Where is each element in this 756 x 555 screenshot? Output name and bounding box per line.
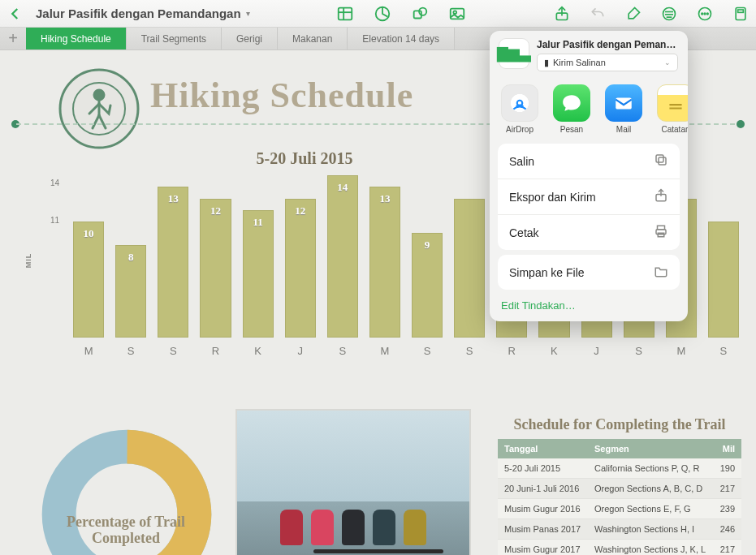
back-icon[interactable] (6, 5, 24, 23)
sheet-tab[interactable]: Elevation 14 days (348, 28, 455, 49)
shape-icon[interactable] (411, 5, 429, 23)
sheet-tab[interactable]: Trail Segments (127, 28, 222, 49)
share-action-label: Ekspor dan Kirim (509, 191, 596, 204)
bar[interactable]: 8S (115, 245, 146, 338)
share-doc-title: Jalur Pasifik dengan Pemandangan… (537, 39, 678, 50)
app-toolbar: Jalur Pasifik dengan Pemandangan ▾ (0, 0, 756, 28)
sheet-tab[interactable]: Makanan (278, 28, 348, 49)
table-cell: Washington Sections H, I (588, 519, 713, 540)
chart-subtitle: 5-20 Juli 2015 (154, 149, 455, 168)
document-mode-icon[interactable] (732, 5, 750, 23)
add-sheet-button[interactable]: + (0, 28, 26, 49)
mail-icon (605, 84, 642, 122)
table-header-cell: Tanggal (498, 439, 588, 458)
table-cell: Washington Sections J, K, L (588, 540, 713, 556)
document-title: Jalur Pasifik dengan Pemandangan (36, 6, 241, 20)
x-category-label: K (243, 345, 274, 357)
x-category-label: M (369, 345, 400, 357)
table-cell: 239 (713, 499, 741, 519)
bar[interactable]: 12J (285, 199, 316, 338)
sheet-tab[interactable]: Gerigi (222, 28, 278, 49)
bar-value-label: 12 (286, 204, 315, 217)
bar-value-label: 12 (201, 204, 230, 217)
y-axis-label: MIL (24, 253, 32, 269)
table-cell: 246 (713, 519, 741, 540)
table-cell: 217 (713, 540, 741, 556)
bar[interactable]: 12R (200, 199, 231, 338)
home-indicator[interactable] (313, 549, 443, 553)
x-category-label: J (581, 345, 612, 357)
share-app-label: Mail (603, 125, 644, 134)
bar-value-label: 13 (370, 192, 400, 205)
table-row[interactable]: Musim Gugur 2016Oregon Sections E, F, G2… (498, 499, 741, 519)
undo-icon[interactable] (589, 5, 607, 23)
bar-value-label: 10 (74, 227, 103, 240)
bar[interactable]: S (708, 222, 739, 338)
table-header-cell: Mil (713, 439, 741, 458)
bar-value-label: 13 (158, 192, 188, 205)
svg-rect-0 (339, 7, 352, 19)
chart-icon[interactable] (374, 5, 391, 23)
donut-caption: Percentage of Trail Completed (49, 514, 203, 547)
share-app-catatan[interactable]: Catatan (655, 84, 688, 134)
schedule-table-wrap: Schedule for Completing the Trail Tangga… (498, 416, 741, 555)
bar[interactable]: 11K (243, 210, 274, 338)
share-app-pesan[interactable]: Pesan (551, 84, 592, 134)
table-cell: 20 Juni-1 Juli 2016 (498, 479, 588, 499)
table-row[interactable]: 20 Juni-1 Juli 2016Oregon Sections A, B,… (498, 479, 741, 499)
x-category-label: S (327, 345, 358, 357)
table-row[interactable]: 5-20 Juli 2015California Sections P, Q, … (498, 458, 741, 479)
svg-point-14 (702, 13, 703, 15)
bar[interactable]: 10M (73, 222, 104, 338)
x-category-label: S (412, 345, 443, 357)
bar[interactable]: S (454, 199, 485, 338)
table-icon[interactable] (336, 5, 354, 23)
format-brush-icon[interactable] (624, 5, 642, 23)
share-icon[interactable] (553, 5, 571, 23)
share-action-item[interactable]: Cetak (498, 215, 680, 250)
photo-people-silhouette (237, 510, 469, 545)
edit-actions-link[interactable]: Edit Tindakan… (490, 295, 688, 321)
svg-point-7 (454, 11, 457, 14)
share-action-label: Salin (509, 155, 534, 168)
table-row[interactable]: Musim Gugur 2017Washington Sections J, K… (498, 540, 741, 556)
schedule-table-title: Schedule for Completing the Trail (498, 416, 741, 434)
share-app-label: Catatan (655, 125, 688, 134)
trail-photo[interactable] (235, 409, 471, 555)
send-copy-label: Kirim Salinan (553, 58, 606, 67)
organize-icon[interactable] (660, 5, 678, 23)
pesan-icon (553, 84, 590, 122)
share-popover: ▇▆▃ Jalur Pasifik dengan Pemandangan… ▮ … (490, 31, 688, 321)
rule-dot-icon (737, 120, 745, 128)
table-cell: Musim Gugur 2017 (498, 540, 588, 556)
x-category-label: S (158, 345, 188, 357)
bar-value-label: 8 (116, 251, 145, 264)
y-tick: 11 (50, 216, 59, 225)
print-icon (654, 224, 668, 241)
sheet-tab[interactable]: Hiking Schedule (26, 28, 127, 49)
share-action-item[interactable]: Simpan ke File (498, 255, 680, 290)
x-category-label: S (454, 345, 485, 357)
share-app-airdrop[interactable]: AirDrop (499, 84, 540, 134)
share-action-item[interactable]: Ekspor dan Kirim (498, 179, 680, 215)
bar[interactable]: 13S (158, 187, 188, 338)
share-app-label: Pesan (551, 125, 592, 134)
bar[interactable]: 14S (327, 175, 358, 338)
table-cell: 190 (713, 458, 741, 479)
x-category-label: S (708, 345, 739, 357)
bar[interactable]: 13M (369, 187, 400, 338)
svg-rect-29 (656, 155, 663, 162)
airdrop-icon (501, 84, 538, 122)
trail-logo (58, 68, 140, 149)
share-app-mail[interactable]: Mail (603, 84, 644, 134)
more-icon[interactable] (696, 5, 714, 23)
document-title-button[interactable]: Jalur Pasifik dengan Pemandangan ▾ (36, 6, 250, 20)
table-cell: Oregon Sections A, B, C, D (588, 479, 713, 499)
schedule-table[interactable]: TanggalSegmenMil 5-20 Juli 2015Californi… (498, 439, 741, 555)
bar[interactable]: 9S (412, 233, 443, 338)
share-action-item[interactable]: Salin (498, 144, 680, 179)
table-row[interactable]: Musim Panas 2017Washington Sections H, I… (498, 519, 741, 540)
svg-rect-28 (659, 157, 666, 165)
media-icon[interactable] (448, 5, 466, 23)
send-copy-dropdown[interactable]: ▮ Kirim Salinan ⌄ (537, 54, 678, 71)
